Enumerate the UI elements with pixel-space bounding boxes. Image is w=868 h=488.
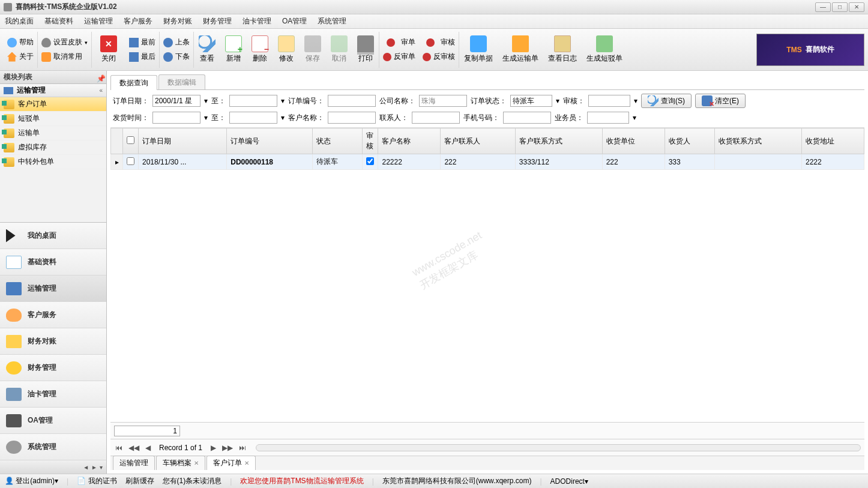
- scrollbar[interactable]: [256, 444, 861, 451]
- col-recv-addr[interactable]: 收货地址: [801, 128, 864, 154]
- col-no[interactable]: 订单编号: [227, 128, 313, 154]
- about-button[interactable]: 关于: [7, 51, 34, 63]
- sidebar-item-virtual[interactable]: 虚拟库存: [0, 140, 106, 155]
- audit-input[interactable]: [588, 95, 630, 107]
- close-tab-icon[interactable]: ✕: [244, 460, 249, 466]
- next-button[interactable]: 下条: [163, 51, 190, 63]
- edit-button[interactable]: 修改: [273, 35, 300, 64]
- page-input[interactable]: [114, 426, 180, 436]
- close-button[interactable]: ✕: [849, 2, 864, 12]
- sidebar-item-transfer[interactable]: 中转外包单: [0, 155, 106, 169]
- cust-name-input[interactable]: [328, 112, 376, 124]
- gen-transport-button[interactable]: 生成运输单: [498, 35, 543, 64]
- ado-button[interactable]: ADODirect▾: [550, 477, 588, 486]
- salesman-input[interactable]: [587, 112, 629, 124]
- maximize-button[interactable]: □: [832, 2, 848, 12]
- nav-next-page[interactable]: ▶▶: [221, 444, 234, 452]
- status-input[interactable]: [510, 95, 552, 107]
- module-oil[interactable]: 油卡管理: [0, 381, 106, 408]
- ship-time-from[interactable]: [152, 112, 200, 124]
- order-no-input[interactable]: [328, 95, 376, 107]
- nav-next[interactable]: ▶: [209, 444, 217, 452]
- col-recv[interactable]: 收货人: [665, 128, 715, 154]
- col-audit[interactable]: 审核: [363, 128, 378, 154]
- order-date-to[interactable]: [229, 95, 277, 107]
- module-finance[interactable]: 财务管理: [0, 355, 106, 381]
- module-fin-recon[interactable]: 财务对账: [0, 328, 106, 355]
- menu-oil[interactable]: 油卡管理: [243, 16, 271, 26]
- last-button[interactable]: 最后: [129, 51, 155, 63]
- menu-finance[interactable]: 财务管理: [203, 16, 232, 26]
- nav-header[interactable]: 运输管理 «: [0, 84, 106, 97]
- arrow-right-icon[interactable]: ►: [91, 464, 97, 471]
- row-checkbox[interactable]: [123, 154, 139, 170]
- nav-first[interactable]: ⏮: [114, 444, 124, 452]
- ship-time-to[interactable]: [229, 112, 277, 124]
- arrow-left-icon[interactable]: ◄: [83, 464, 89, 471]
- view-button[interactable]: 查看: [194, 35, 220, 64]
- company-input[interactable]: [419, 95, 467, 107]
- module-customer[interactable]: 客户服务: [0, 302, 106, 328]
- menu-transport[interactable]: 运输管理: [84, 16, 113, 26]
- chevron-down-icon[interactable]: ▾: [100, 464, 103, 471]
- col-status[interactable]: 状态: [312, 128, 363, 154]
- menu-desktop[interactable]: 我的桌面: [5, 16, 34, 26]
- module-oa[interactable]: OA管理: [0, 408, 106, 434]
- module-desktop[interactable]: 我的桌面: [0, 223, 106, 249]
- col-contact-way[interactable]: 客户联系方式: [515, 128, 602, 154]
- copy-button[interactable]: 复制单据: [459, 35, 498, 64]
- module-base[interactable]: 基础资料: [0, 249, 106, 276]
- cancel-common-button[interactable]: 取消常用: [41, 51, 88, 63]
- cert-button[interactable]: 📄 我的证书: [77, 476, 116, 486]
- unread-msg[interactable]: 您有(1)条未读消息: [163, 476, 222, 486]
- col-recv-unit[interactable]: 收货单位: [602, 128, 665, 154]
- col-cust[interactable]: 客户名称: [378, 128, 441, 154]
- table-row[interactable]: ▸ 2018/11/30 ... DD00000118 待派车 22222 22…: [111, 154, 864, 170]
- doc-tab-vehicle[interactable]: 车辆档案✕: [156, 456, 205, 470]
- mobile-input[interactable]: [503, 112, 551, 124]
- clear-button[interactable]: 清空(E): [695, 94, 746, 108]
- menu-oa[interactable]: OA管理: [282, 16, 307, 26]
- print-button[interactable]: 打印: [352, 35, 379, 64]
- help-button[interactable]: 帮助: [7, 37, 34, 49]
- menu-base[interactable]: 基础资料: [44, 16, 73, 26]
- view-log-button[interactable]: 查看日志: [543, 35, 582, 64]
- delete-button[interactable]: 删除: [247, 35, 273, 64]
- unaudit-button[interactable]: 反审单: [383, 51, 415, 63]
- sidebar-item-short[interactable]: 短驳单: [0, 112, 106, 126]
- menu-system[interactable]: 系统管理: [318, 16, 346, 26]
- tab-query[interactable]: 数据查询: [110, 75, 157, 90]
- first-button[interactable]: 最前: [129, 37, 155, 49]
- menu-customer[interactable]: 客户服务: [124, 16, 152, 26]
- checkbox-header[interactable]: [123, 128, 139, 154]
- nav-last[interactable]: ⏭: [238, 444, 247, 452]
- menu-finance-recon[interactable]: 财务对账: [163, 16, 192, 26]
- tab-edit[interactable]: 数据编辑: [158, 74, 205, 89]
- module-transport[interactable]: 运输管理: [0, 276, 106, 302]
- logout-button[interactable]: 👤 登出(admin)▾: [5, 476, 58, 486]
- module-system[interactable]: 系统管理: [0, 434, 106, 460]
- approve-button[interactable]: 审核: [423, 37, 455, 49]
- sidebar-item-order[interactable]: 客户订单: [0, 97, 106, 112]
- refresh-cache-button[interactable]: 刷新缓存: [125, 476, 154, 486]
- prev-button[interactable]: 上条: [163, 37, 190, 49]
- close-tab-icon[interactable]: ✕: [194, 460, 199, 466]
- contact-input[interactable]: [412, 112, 460, 124]
- minimize-button[interactable]: —: [815, 2, 831, 12]
- close-button-tb[interactable]: 关闭: [95, 35, 122, 64]
- nav-prev-page[interactable]: ◀◀: [127, 444, 140, 452]
- col-date[interactable]: 订单日期: [139, 128, 227, 154]
- col-recv-way[interactable]: 收货联系方式: [715, 128, 802, 154]
- col-contact[interactable]: 客户联系人: [441, 128, 515, 154]
- audit-button[interactable]: 审单: [383, 37, 415, 49]
- query-button[interactable]: 查询(S): [641, 94, 692, 108]
- pin-icon[interactable]: 📌: [97, 74, 103, 80]
- doc-tab-transport[interactable]: 运输管理: [113, 456, 155, 470]
- order-date-from[interactable]: [152, 95, 200, 107]
- nav-prev[interactable]: ◀: [144, 444, 152, 452]
- doc-tab-order[interactable]: 客户订单✕: [206, 456, 256, 470]
- add-button[interactable]: 新增: [220, 35, 247, 64]
- gen-short-button[interactable]: 生成短驳单: [582, 35, 627, 64]
- unapprove-button[interactable]: 反审核: [423, 51, 455, 63]
- skin-button[interactable]: 设置皮肤 ▾: [41, 37, 88, 49]
